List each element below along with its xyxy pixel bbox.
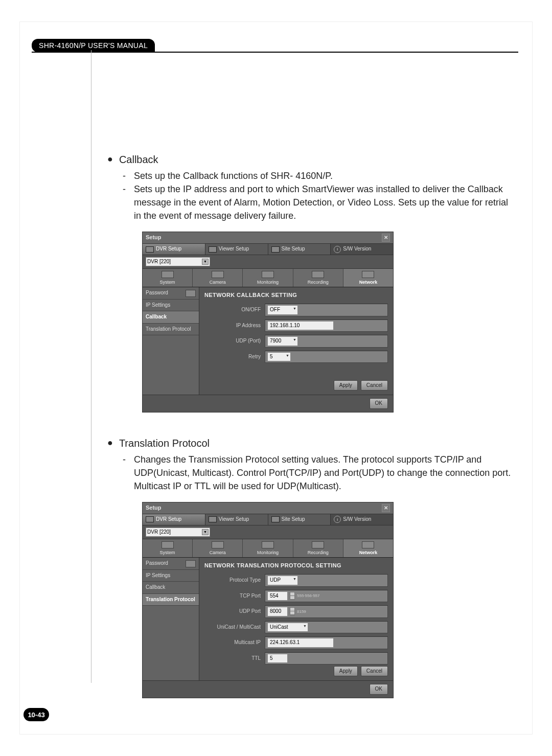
monitoring-icon [262, 271, 274, 278]
mode-camera-label: Camera [210, 550, 226, 555]
mode-camera[interactable]: Camera [193, 539, 243, 557]
dvr-select[interactable]: DVR [220] ▼ [146, 528, 210, 537]
label-tcp-port: TCP Port [204, 592, 265, 600]
apply-button[interactable]: Apply [334, 666, 358, 677]
close-icon[interactable]: ✕ [382, 504, 390, 512]
password-icon [186, 290, 196, 297]
tcp-port-input[interactable]: 554 [267, 591, 288, 601]
callback-text-1: Sets up the Callback functions of SHR- 4… [134, 169, 516, 182]
udp-port-value: 7900 [270, 337, 281, 345]
sidebar-ip-label: IP Settings [146, 572, 170, 580]
mode-recording[interactable]: Recording [293, 269, 343, 287]
settings-sidebar: Password IP Settings Callback Translatio… [143, 287, 199, 395]
callback-desc-2: - Sets up the IP address and port to whi… [123, 182, 516, 222]
mode-network-label: Network [359, 280, 378, 285]
mode-network[interactable]: Network [343, 269, 393, 287]
tab-version-label: S/W Version [343, 516, 371, 523]
field-proto-wrap: UDP [265, 574, 388, 587]
apply-button[interactable]: Apply [334, 380, 358, 391]
mode-monitoring[interactable]: Monitoring [243, 539, 293, 557]
dash-icon: - [123, 453, 129, 493]
tab-dvr-setup[interactable]: DVR Setup [143, 244, 205, 255]
row-ip-address: IP Address 192.168.1.10 [204, 319, 388, 332]
callback-title: Callback [119, 152, 158, 167]
sidebar-translation-label: Translation Protocol [146, 596, 195, 604]
row-udp-port: UDP Port 8000 8159 [204, 605, 388, 618]
tab-sw-version[interactable]: i S/W Version [331, 514, 393, 525]
row-cast: UniCast / MultiCast UniCast [204, 621, 388, 634]
multicast-ip-input[interactable]: 224.126.63.1 [267, 638, 334, 648]
site-icon [271, 516, 280, 522]
translation-bullet: ● Translation Protocol [107, 436, 516, 451]
cancel-button[interactable]: Cancel [361, 380, 388, 391]
retry-select[interactable]: 5 [267, 352, 291, 362]
sidebar-item-password[interactable]: Password [143, 558, 199, 570]
cast-select[interactable]: UniCast [267, 623, 308, 632]
translation-title: Translation Protocol [119, 436, 210, 451]
tab-dvr-label: DVR Setup [156, 516, 181, 523]
udp-port-stepper[interactable] [290, 607, 295, 615]
header-title: SHR-4160N/P USER'S MANUAL [32, 39, 155, 52]
tab-sw-version[interactable]: i S/W Version [331, 244, 393, 255]
ttl-input[interactable]: 5 [267, 654, 288, 663]
close-icon[interactable]: ✕ [382, 234, 390, 242]
bullet-icon: ● [107, 436, 113, 451]
tab-viewer-label: Viewer Setup [219, 245, 249, 253]
tcp-port-stepper[interactable] [290, 592, 295, 600]
sidebar-item-translation-protocol[interactable]: Translation Protocol [143, 324, 199, 336]
mode-row: System Camera Monitoring Recording Netwo… [143, 268, 393, 287]
translation-desc-1: - Changes the Transmission Protocol sett… [123, 453, 516, 493]
spacer [107, 419, 516, 436]
sidebar-item-password[interactable]: Password [143, 287, 199, 300]
mode-network[interactable]: Network [343, 539, 393, 557]
mode-network-label: Network [359, 550, 378, 555]
row-ttl: TTL 5 [204, 652, 388, 665]
mode-camera[interactable]: Camera [193, 269, 243, 287]
mode-system[interactable]: System [143, 539, 193, 557]
dvr-select-row: DVR [220] ▼ [143, 255, 393, 269]
tab-dvr-setup[interactable]: DVR Setup [143, 514, 205, 525]
ip-address-input[interactable]: 192.168.1.10 [267, 321, 334, 331]
sidebar-callback-label: Callback [146, 313, 167, 321]
monitoring-icon [262, 541, 274, 548]
sidebar-password-label: Password [146, 560, 168, 567]
mode-recording[interactable]: Recording [293, 539, 343, 557]
ok-button[interactable]: OK [370, 398, 388, 409]
system-icon [162, 271, 174, 278]
chevron-down-icon: ▼ [202, 529, 209, 535]
sidebar-password-label: Password [146, 289, 168, 297]
onoff-select[interactable]: OFF [267, 305, 298, 315]
tab-site-setup[interactable]: Site Setup [268, 244, 331, 255]
sidebar-item-translation-protocol[interactable]: Translation Protocol [143, 594, 199, 606]
monitor-icon [146, 246, 154, 253]
site-icon [271, 246, 280, 253]
udp-port-select[interactable]: 7900 [267, 336, 298, 346]
tab-site-setup[interactable]: Site Setup [268, 514, 331, 525]
mode-system[interactable]: System [143, 269, 193, 287]
sidebar-item-ip-settings[interactable]: IP Settings [143, 300, 199, 312]
eye-icon [209, 246, 217, 253]
mode-camera-label: Camera [210, 280, 226, 285]
tab-viewer-setup[interactable]: Viewer Setup [205, 244, 268, 255]
protocol-type-select[interactable]: UDP [267, 576, 298, 585]
recording-icon [312, 541, 324, 548]
mode-system-label: System [160, 280, 175, 285]
dvr-select[interactable]: DVR [220] ▼ [146, 257, 210, 267]
tab-site-label: Site Setup [282, 245, 305, 253]
system-icon [162, 541, 174, 548]
sidebar-item-callback[interactable]: Callback [143, 582, 199, 594]
sidebar-item-ip-settings[interactable]: IP Settings [143, 570, 199, 582]
sidebar-item-callback[interactable]: Callback [143, 311, 199, 324]
udp-port-input[interactable]: 8000 [267, 607, 288, 616]
cancel-button[interactable]: Cancel [361, 666, 388, 677]
onoff-value: OFF [270, 306, 280, 314]
page-header: SHR-4160N/P USER'S MANUAL [32, 39, 518, 53]
dialog-button-row: Apply Cancel [334, 666, 388, 677]
ok-button[interactable]: OK [370, 684, 388, 695]
dialog-button-row: Apply Cancel [334, 380, 388, 391]
sidebar-callback-label: Callback [146, 584, 165, 591]
dialog-titlebar: Setup ✕ [143, 232, 393, 243]
eye-icon [209, 516, 217, 522]
mode-monitoring[interactable]: Monitoring [243, 269, 293, 287]
tab-viewer-setup[interactable]: Viewer Setup [205, 514, 268, 525]
